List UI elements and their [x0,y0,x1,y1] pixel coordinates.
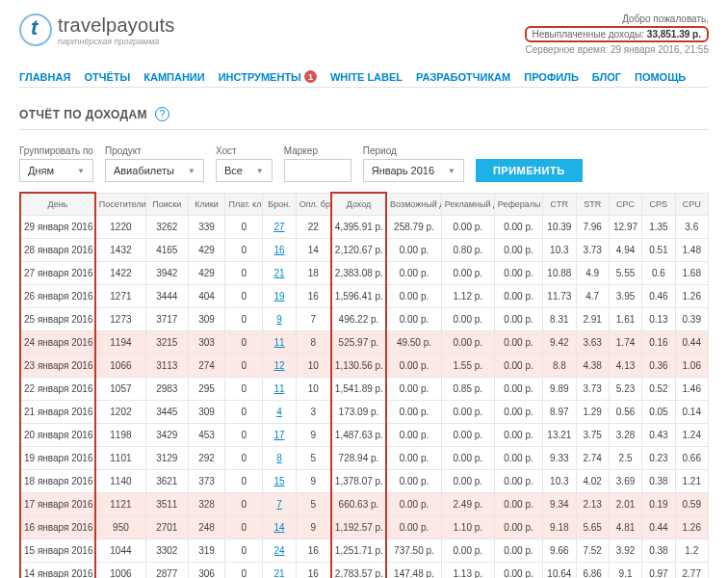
filter-period-label: Период [363,145,464,156]
cell-bookings[interactable]: 27 [263,216,296,239]
filter-period-select[interactable]: Январь 2016 ▼ [363,159,464,182]
table-row: 20 января 20161198342945301791,487.63 р.… [20,424,709,447]
cell-visitors: 950 [95,516,146,539]
nav-reports[interactable]: ОТЧЁТЫ [84,70,130,83]
cell-bookings[interactable]: 11 [263,331,296,355]
cell-day: 21 января 2016 [20,401,95,424]
cell-cpu: 1.48 [675,239,708,262]
help-icon[interactable]: ? [155,107,169,121]
nav-campaigns[interactable]: КАМПАНИИ [143,70,204,83]
cell-bookings[interactable]: 21 [263,563,296,578]
cell-cpc: 1.74 [609,331,641,355]
col-possible-income[interactable]: Возможный доход [386,193,441,216]
cell-bookings[interactable]: 9 [263,308,296,331]
cell-bookings[interactable]: 15 [263,470,296,493]
filter-host-label: Хост [216,145,273,156]
table-row: 27 января 201614223942429021182,383.08 р… [20,262,709,285]
cell-bookings[interactable]: 14 [263,516,296,539]
cell-cpu: 0.39 [675,308,708,331]
nav-tools-label: ИНСТРУМЕНТЫ [219,71,301,83]
table-row: 24 января 2016119432153030118525.97 р.49… [20,331,709,355]
cell-clicks: 373 [188,470,225,493]
col-ctr[interactable]: CTR [543,193,576,216]
nav-blog[interactable]: БЛОГ [592,70,621,83]
col-ad-income[interactable]: Рекламный доход [441,193,494,216]
cell-searches: 4165 [146,239,189,262]
filter-host-select[interactable]: Все ▼ [216,159,273,182]
cell-ctr: 11.73 [543,285,576,308]
cell-str: 3.63 [576,331,609,355]
cell-bookings[interactable]: 21 [263,262,296,285]
cell-ad-income: 0.00 р. [441,401,494,424]
cell-bookings[interactable]: 4 [263,401,296,424]
col-searches[interactable]: Поиски [146,193,189,216]
cell-bookings[interactable]: 17 [263,424,296,447]
col-str[interactable]: STR [576,193,609,216]
cell-referrals: 0.00 р. [494,308,542,331]
cell-ctr: 9.34 [543,493,576,516]
cell-cpu: 0.66 [675,447,708,470]
cell-bookings[interactable]: 24 [263,539,296,563]
cell-visitors: 1066 [95,355,146,378]
nav-profile[interactable]: ПРОФИЛЬ [524,70,579,83]
cell-income: 1,192.57 р. [331,516,386,539]
cell-cps: 0.6 [642,262,675,285]
cell-cpc: 4.13 [609,355,641,378]
cell-ad-income: 0.00 р. [441,308,494,331]
cell-visitors: 1271 [95,285,146,308]
cell-str: 2.13 [576,493,609,516]
col-income[interactable]: Доход [331,193,386,216]
table-row: 19 января 201611013129292085728.94 р.0.0… [20,447,709,470]
nav-main[interactable]: ГЛАВНАЯ [19,70,70,83]
cell-bookings[interactable]: 8 [263,447,296,470]
col-referrals[interactable]: Рефералы [494,193,542,216]
cell-possible-income: 0.00 р. [386,285,441,308]
logo-area[interactable]: travelpayouts партнёрская программа [19,13,175,46]
cell-bookings[interactable]: 16 [263,239,296,262]
cell-paid-bookings: 16 [296,563,331,578]
col-paid-clicks[interactable]: Плат. клики [225,193,263,216]
col-paid-bookings[interactable]: Опл. брон. [296,193,331,216]
cell-paid-clicks: 0 [225,308,263,331]
col-cpu[interactable]: CPU [675,193,708,216]
cell-visitors: 1220 [95,216,146,239]
col-bookings[interactable]: Брон. [263,193,296,216]
nav-tools[interactable]: ИНСТРУМЕНТЫ 1 [219,70,317,83]
cell-paid-clicks: 0 [225,262,263,285]
nav-devs[interactable]: РАЗРАБОТЧИКАМ [416,70,510,83]
col-cpc[interactable]: CPC [609,193,641,216]
cell-bookings[interactable]: 12 [263,355,296,378]
cell-bookings[interactable]: 19 [263,285,296,308]
nav-help[interactable]: ПОМОЩЬ [635,70,686,83]
apply-button[interactable]: ПРИМЕНИТЬ [476,159,583,182]
table-row: 22 января 201610572983295011101,541.89 р… [20,378,709,401]
cell-cpc: 5.55 [609,262,641,285]
filter-group-select[interactable]: Дням ▼ [19,159,93,182]
cell-bookings[interactable]: 7 [263,493,296,516]
cell-str: 3.73 [576,378,609,401]
cell-paid-bookings: 16 [296,285,331,308]
table-row: 17 января 201611213511328075660.63 р.0.0… [20,493,709,516]
filter-product-select[interactable]: Авиабилеты ▼ [105,159,204,182]
cell-paid-clicks: 0 [225,470,263,493]
filter-marker-input[interactable] [284,159,351,182]
cell-cpu: 1.26 [675,516,708,539]
server-time: Серверное время: 29 января 2016, 21:55 [525,44,709,55]
col-clicks[interactable]: Клики [188,193,225,216]
cell-bookings[interactable]: 11 [263,378,296,401]
col-day[interactable]: День [20,193,95,216]
cell-visitors: 1194 [95,331,146,355]
col-cps[interactable]: CPS [642,193,675,216]
cell-cpc: 12.97 [609,216,641,239]
cell-ad-income: 1.13 р. [441,563,494,578]
cell-cps: 0.97 [642,563,675,578]
cell-str: 4.9 [576,262,609,285]
cell-ctr: 10.3 [543,470,576,493]
nav-whitelabel[interactable]: WHITE LABEL [330,70,403,83]
cell-visitors: 1006 [95,563,146,578]
cell-paid-clicks: 0 [225,216,263,239]
cell-cpu: 1.2 [675,539,708,563]
chevron-down-icon: ▼ [188,167,195,175]
col-visitors[interactable]: Посетители [95,193,146,216]
cell-cps: 0.05 [642,401,675,424]
